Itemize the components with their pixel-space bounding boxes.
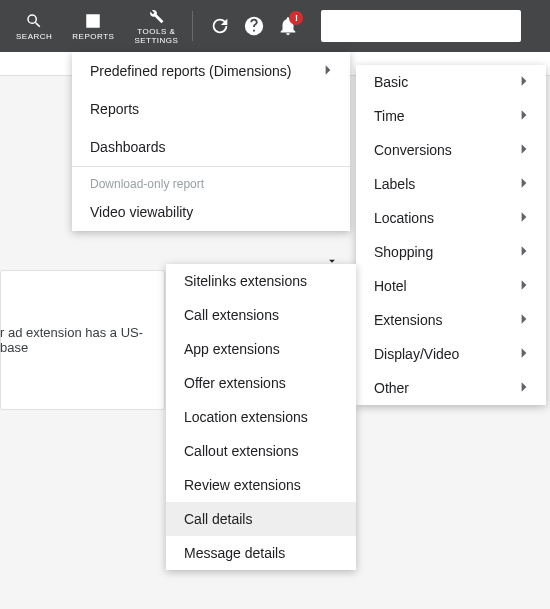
categories-menu-item-5[interactable]: Shopping — [356, 235, 546, 269]
menu-item-label: Display/Video — [374, 346, 459, 362]
extensions-menu-item-1[interactable]: Call extensions — [166, 298, 356, 332]
menu-item-label: Predefined reports (Dimensions) — [90, 63, 292, 79]
chevron-right-icon — [520, 143, 528, 155]
menu-item-label: Dashboards — [90, 139, 166, 155]
categories-menu-item-1[interactable]: Time — [356, 99, 546, 133]
extensions-menu-item-8[interactable]: Message details — [166, 536, 356, 570]
categories-menu-item-3[interactable]: Labels — [356, 167, 546, 201]
reports-menu-section-item-0[interactable]: Video viewability — [72, 193, 350, 231]
reports-menu-item-2[interactable]: Dashboards — [72, 128, 350, 166]
toolbar-tools-label: TOOLS & SETTINGS — [134, 27, 178, 45]
chevron-right-icon — [520, 75, 528, 87]
notification-badge: ! — [289, 11, 303, 25]
notifications[interactable]: ! — [277, 15, 299, 37]
menu-item-label: App extensions — [184, 341, 280, 357]
categories-menu-item-4[interactable]: Locations — [356, 201, 546, 235]
extensions-menu-item-7[interactable]: Call details — [166, 502, 356, 536]
reports-menu: Predefined reports (Dimensions)ReportsDa… — [72, 52, 350, 231]
menu-item-label: Time — [374, 108, 405, 124]
menu-item-label: Offer extensions — [184, 375, 286, 391]
toolbar-tools[interactable]: TOOLS & SETTINGS — [124, 3, 188, 49]
chevron-right-icon — [520, 381, 528, 393]
search-input[interactable] — [321, 10, 521, 42]
menu-item-label: Call details — [184, 511, 252, 527]
chevron-right-icon — [520, 109, 528, 121]
menu-item-label: Callout extensions — [184, 443, 298, 459]
chevron-right-icon — [520, 279, 528, 291]
toolbar-reports-label: REPORTS — [72, 32, 114, 41]
wrench-icon — [147, 7, 165, 25]
info-card-text: r ad extension has a US-base — [0, 325, 156, 355]
categories-menu-item-9[interactable]: Other — [356, 371, 546, 405]
menu-item-label: Location extensions — [184, 409, 308, 425]
chevron-right-icon — [324, 64, 332, 76]
menu-item-label: Locations — [374, 210, 434, 226]
reports-menu-item-0[interactable]: Predefined reports (Dimensions) — [72, 52, 350, 90]
reports-menu-item-1[interactable]: Reports — [72, 90, 350, 128]
chevron-right-icon — [520, 313, 528, 325]
menu-item-label: Other — [374, 380, 409, 396]
menu-item-label: Message details — [184, 545, 285, 561]
extensions-menu-item-3[interactable]: Offer extensions — [166, 366, 356, 400]
chevron-right-icon — [520, 177, 528, 189]
refresh-icon[interactable] — [209, 15, 231, 37]
menu-item-label: Call extensions — [184, 307, 279, 323]
categories-menu: BasicTimeConversionsLabelsLocationsShopp… — [356, 65, 546, 405]
reports-menu-section-label: Download-only report — [72, 167, 350, 193]
help-icon[interactable] — [243, 15, 265, 37]
chevron-right-icon — [520, 211, 528, 223]
chevron-right-icon — [520, 245, 528, 257]
chart-icon — [84, 12, 102, 30]
menu-item-label: Conversions — [374, 142, 452, 158]
extensions-menu-item-5[interactable]: Callout extensions — [166, 434, 356, 468]
chevron-right-icon — [520, 347, 528, 359]
toolbar-reports[interactable]: REPORTS — [62, 8, 124, 45]
menu-item-label: Sitelinks extensions — [184, 273, 307, 289]
extensions-menu-item-4[interactable]: Location extensions — [166, 400, 356, 434]
menu-item-label: Extensions — [374, 312, 442, 328]
menu-item-label: Hotel — [374, 278, 407, 294]
categories-menu-item-2[interactable]: Conversions — [356, 133, 546, 167]
categories-menu-item-7[interactable]: Extensions — [356, 303, 546, 337]
info-card: r ad extension has a US-base — [0, 270, 165, 410]
extensions-menu-item-0[interactable]: Sitelinks extensions — [166, 264, 356, 298]
menu-item-label: Shopping — [374, 244, 433, 260]
extensions-menu-item-6[interactable]: Review extensions — [166, 468, 356, 502]
search-icon — [25, 12, 43, 30]
categories-menu-item-0[interactable]: Basic — [356, 65, 546, 99]
toolbar-search[interactable]: SEARCH — [6, 8, 62, 45]
toolbar-divider — [192, 11, 193, 41]
menu-item-label: Basic — [374, 74, 408, 90]
top-toolbar: SEARCH REPORTS TOOLS & SETTINGS ! — [0, 0, 550, 52]
extensions-menu-item-2[interactable]: App extensions — [166, 332, 356, 366]
categories-menu-item-8[interactable]: Display/Video — [356, 337, 546, 371]
menu-item-label: Labels — [374, 176, 415, 192]
menu-item-label: Review extensions — [184, 477, 301, 493]
categories-menu-item-6[interactable]: Hotel — [356, 269, 546, 303]
toolbar-search-label: SEARCH — [16, 32, 52, 41]
menu-item-label: Reports — [90, 101, 139, 117]
extensions-menu: Sitelinks extensionsCall extensionsApp e… — [166, 264, 356, 570]
menu-item-label: Video viewability — [90, 204, 193, 220]
